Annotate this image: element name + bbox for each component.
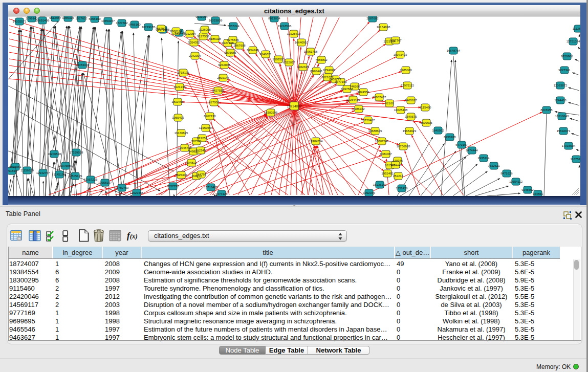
svg-text:1167535: 1167535 <box>571 158 580 161</box>
svg-text:6466160: 6466160 <box>128 23 141 26</box>
svg-text:8990448: 8990448 <box>310 70 322 73</box>
svg-text:8186328: 8186328 <box>209 37 221 40</box>
svg-text:1275546: 1275546 <box>227 38 239 41</box>
svg-text:1640952: 1640952 <box>432 129 444 132</box>
svg-text:17016504: 17016504 <box>562 144 576 147</box>
svg-text:1244418: 1244418 <box>554 99 567 102</box>
svg-text:10653267: 10653267 <box>101 19 115 23</box>
svg-text:16154838: 16154838 <box>377 26 390 29</box>
svg-text:10958107: 10958107 <box>98 181 112 184</box>
svg-text:12093872: 12093872 <box>554 84 568 87</box>
svg-text:9699695: 9699695 <box>420 121 432 124</box>
svg-text:9327508: 9327508 <box>222 41 234 45</box>
svg-text:16210643: 16210643 <box>555 115 569 118</box>
svg-text:1054392: 1054392 <box>188 41 200 44</box>
svg-text:15751074: 15751074 <box>567 40 580 43</box>
svg-text:12353594: 12353594 <box>199 126 213 129</box>
svg-text:1549575: 1549575 <box>405 115 417 118</box>
svg-text:18807249: 18807249 <box>375 140 389 143</box>
svg-text:1527602: 1527602 <box>116 21 128 25</box>
svg-text:8215955: 8215955 <box>540 108 553 112</box>
svg-text:831254: 831254 <box>197 137 208 140</box>
svg-text:15716485: 15716485 <box>204 186 218 189</box>
svg-text:18300295: 18300295 <box>264 111 278 114</box>
svg-text:9131054: 9131054 <box>195 16 208 18</box>
svg-text:9242848: 9242848 <box>218 63 230 67</box>
svg-text:20206536: 20206536 <box>48 152 61 156</box>
svg-text:6322037: 6322037 <box>283 61 295 64</box>
svg-text:1362615: 1362615 <box>297 65 309 69</box>
svg-text:9612957: 9612957 <box>49 16 61 19</box>
svg-text:1527602: 1527602 <box>75 17 88 20</box>
svg-text:120746: 120746 <box>393 159 403 162</box>
svg-text:19654923: 19654923 <box>403 129 417 133</box>
svg-text:8267130: 8267130 <box>204 115 216 118</box>
svg-text:12975115: 12975115 <box>401 84 415 87</box>
svg-text:18724007: 18724007 <box>287 104 302 108</box>
svg-text:17359928: 17359928 <box>70 151 83 154</box>
svg-text:1145194: 1145194 <box>54 173 66 176</box>
svg-text:2087682: 2087682 <box>366 17 379 20</box>
svg-text:1733426: 1733426 <box>396 187 408 190</box>
svg-text:16053809: 16053809 <box>209 19 223 22</box>
svg-text:1092346: 1092346 <box>363 191 375 194</box>
svg-text:9463627: 9463627 <box>405 99 417 102</box>
svg-text:8813054: 8813054 <box>268 17 280 20</box>
svg-text:20691406: 20691406 <box>36 19 50 22</box>
svg-text:587231: 587231 <box>191 140 202 143</box>
svg-text:12923465: 12923465 <box>130 191 144 194</box>
svg-text:994812: 994812 <box>186 161 197 164</box>
svg-text:8938928: 8938928 <box>444 136 456 139</box>
svg-text:1952482: 1952482 <box>381 172 394 175</box>
svg-text:1965493: 1965493 <box>172 116 184 119</box>
svg-text:212345: 212345 <box>195 149 206 152</box>
svg-text:20975887: 20975887 <box>59 164 73 167</box>
svg-text:21364436: 21364436 <box>346 98 360 101</box>
svg-text:9227341: 9227341 <box>558 69 571 72</box>
svg-text:9146821: 9146821 <box>259 53 272 56</box>
svg-text:62160: 62160 <box>385 102 394 105</box>
svg-text:7632621: 7632621 <box>488 164 500 167</box>
svg-text:144793: 144793 <box>196 173 207 176</box>
svg-text:8454749: 8454749 <box>247 49 259 52</box>
svg-text:19166825: 19166825 <box>175 132 188 135</box>
svg-text:10973493: 10973493 <box>394 53 407 56</box>
svg-text:2342004: 2342004 <box>189 54 201 57</box>
svg-text:9657791: 9657791 <box>167 185 179 188</box>
svg-text:8660124: 8660124 <box>170 30 182 33</box>
svg-text:15692971: 15692971 <box>557 129 571 133</box>
svg-text:16648764: 16648764 <box>447 49 461 52</box>
svg-text:15720407: 15720407 <box>361 119 375 122</box>
svg-text:12942757: 12942757 <box>36 171 50 174</box>
svg-text:9127508: 9127508 <box>197 35 209 38</box>
svg-text:20053346: 20053346 <box>76 63 90 67</box>
svg-text:1097367: 1097367 <box>389 39 402 42</box>
svg-text:9474123: 9474123 <box>215 192 228 195</box>
svg-text:6479197: 6479197 <box>455 143 468 146</box>
svg-text:7357224: 7357224 <box>227 25 239 28</box>
svg-text:10046738: 10046738 <box>178 146 192 149</box>
svg-text:252214: 252214 <box>393 174 404 178</box>
svg-text:125112: 125112 <box>390 163 401 166</box>
svg-text:7625402: 7625402 <box>175 173 187 177</box>
svg-text:17957225: 17957225 <box>84 178 98 181</box>
svg-text:10756928: 10756928 <box>397 145 410 148</box>
svg-text:991534: 991534 <box>8 169 17 172</box>
svg-text:2935114: 2935114 <box>478 157 490 160</box>
svg-text:9115460: 9115460 <box>420 106 432 109</box>
svg-text:11156829: 11156829 <box>20 169 34 172</box>
svg-text:9777169: 9777169 <box>335 80 347 83</box>
svg-text:3824554: 3824554 <box>357 91 369 94</box>
svg-text:924561: 924561 <box>533 192 543 195</box>
svg-text:1810755: 1810755 <box>171 100 184 103</box>
svg-text:3912954: 3912954 <box>184 32 196 35</box>
svg-text:2803144: 2803144 <box>217 76 229 79</box>
svg-text:1112843: 1112843 <box>573 27 580 30</box>
svg-text:9427552: 9427552 <box>212 89 224 92</box>
svg-text:6466160: 6466160 <box>89 17 101 20</box>
svg-text:16640910: 16640910 <box>295 41 309 44</box>
svg-text:7663822: 7663822 <box>155 27 167 30</box>
svg-text:13325419: 13325419 <box>287 32 301 35</box>
svg-text:10688609: 10688609 <box>368 129 382 133</box>
svg-text:12505135: 12505135 <box>69 174 82 178</box>
